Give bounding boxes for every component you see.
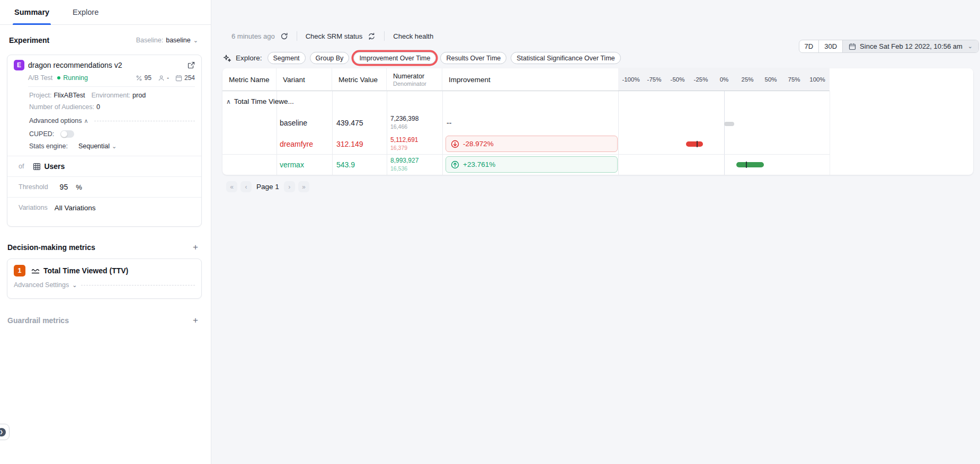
percent-icon xyxy=(136,75,142,82)
sync-icon[interactable] xyxy=(368,32,376,40)
page-last-button[interactable]: » xyxy=(298,181,309,192)
line-chart-icon xyxy=(31,267,40,274)
column-divider xyxy=(387,91,387,175)
range-30d-button[interactable]: 30D xyxy=(818,40,842,52)
arrow-up-circle-icon xyxy=(451,160,459,169)
stat-days: 254 xyxy=(184,74,195,82)
experiment-title: dragon recommendations v2 xyxy=(28,61,122,69)
date-range-controls: 7D 30D Since Sat Feb 12 2022, 10:56 am ⌄ xyxy=(799,40,979,53)
chevron-down-icon: ⌄ xyxy=(72,282,77,288)
page-label: Page 1 xyxy=(256,183,279,191)
experiment-heading: Experiment xyxy=(9,36,49,44)
explore-label: Explore: xyxy=(236,54,262,62)
page-first-button[interactable]: « xyxy=(226,181,237,192)
header-improvement: Improvement xyxy=(442,68,618,91)
dashed-divider xyxy=(81,285,195,285)
results-toolbar: 6 minutes ago Check SRM status Check hea… xyxy=(231,31,433,41)
add-guardrail-metric-button[interactable]: + xyxy=(193,316,198,325)
axis-tick: -100% xyxy=(622,68,639,91)
chip-group-by[interactable]: Group By xyxy=(310,52,350,64)
cuped-toggle[interactable] xyxy=(60,130,74,138)
zero-gridline xyxy=(724,91,725,175)
ci-point-vermax xyxy=(746,162,747,168)
experiment-type: A/B Test xyxy=(28,74,52,82)
collapse-chevron-icon: ∧ xyxy=(226,99,231,105)
divider xyxy=(28,86,195,87)
stats-engine-value[interactable]: Sequential xyxy=(78,142,110,150)
decision-metrics-header: Decision-making metrics + xyxy=(7,243,198,252)
external-link-icon[interactable] xyxy=(188,61,195,69)
chevron-down-icon: ⌄ xyxy=(968,43,973,49)
threshold-input[interactable]: 95 xyxy=(60,183,68,191)
check-srm-button[interactable]: Check SRM status xyxy=(306,32,363,40)
page-next-button[interactable]: › xyxy=(284,181,295,192)
metric-group-row[interactable]: ∧ Total Time Viewe... xyxy=(226,97,294,105)
advanced-settings-toggle[interactable]: Advanced Settings ⌄ xyxy=(7,276,201,289)
metric-title[interactable]: Total Time Viewed (TTV) xyxy=(43,266,128,275)
guardrail-heading: Guardrail metrics xyxy=(7,316,69,325)
variant-name: dreamfyre xyxy=(280,140,313,148)
axis-tick: -50% xyxy=(671,68,685,91)
variations-value: All Variations xyxy=(55,204,96,212)
chip-segment[interactable]: Segment xyxy=(268,52,306,64)
audiences-value: 0 xyxy=(96,103,100,111)
check-health-button[interactable]: Check health xyxy=(393,32,433,40)
variations-label: Variations xyxy=(19,204,48,211)
app-screen: Summary Explore Experiment Baseline: bas… xyxy=(0,0,980,464)
guardrail-metrics-header: Guardrail metrics + xyxy=(7,316,198,325)
axis-tick: 25% xyxy=(741,68,753,91)
stat-percent: 95 xyxy=(145,74,152,82)
column-divider xyxy=(332,91,333,175)
date-range-picker[interactable]: Since Sat Feb 12 2022, 10:56 am ⌄ xyxy=(842,40,978,52)
baseline-value: baseline xyxy=(166,37,191,44)
tab-bar: Summary Explore xyxy=(0,0,211,25)
experiment-badge: E xyxy=(14,60,24,70)
header-filler xyxy=(830,68,973,91)
variations-row[interactable]: Variations All Variations xyxy=(7,197,201,218)
tab-summary[interactable]: Summary xyxy=(13,0,51,24)
chip-results-over-time[interactable]: Results Over Time xyxy=(440,52,506,64)
column-divider xyxy=(442,91,443,175)
denominator-value: 16,466 xyxy=(390,123,418,131)
baseline-dropdown[interactable]: Baseline: baseline ⌄ xyxy=(136,37,198,44)
ci-bar-dreamfyre xyxy=(686,141,703,147)
axis-tick: 50% xyxy=(764,68,777,91)
chip-statistical-significance[interactable]: Statistical Significance Over Time xyxy=(511,52,621,64)
improvement-badge-negative: -28.972% xyxy=(446,136,618,152)
metric-rank-badge: 1 xyxy=(14,265,25,276)
improvement-value: -- xyxy=(447,119,451,127)
improvement-value: +23.761% xyxy=(463,160,495,168)
metric-value: 543.9 xyxy=(336,160,355,169)
advanced-options-label: Advanced options xyxy=(29,117,82,124)
divider xyxy=(384,31,385,41)
results-table: Metric Name Variant Metric Value Numerat… xyxy=(222,68,973,175)
project-label: Project: xyxy=(29,92,51,99)
range-7d-button[interactable]: 7D xyxy=(799,40,819,52)
unit-type-row[interactable]: of Users xyxy=(7,156,201,176)
project-value: FlixABTest xyxy=(54,92,85,99)
numerator-denominator: 7,236,398 16,466 xyxy=(390,115,418,130)
header-variant: Variant xyxy=(277,68,332,91)
chevron-up-icon: ∧ xyxy=(84,118,88,124)
of-label: of xyxy=(19,163,24,170)
status-badge: Running xyxy=(63,74,88,82)
tab-explore[interactable]: Explore xyxy=(71,0,100,24)
refresh-icon[interactable] xyxy=(280,32,288,40)
chevron-down-icon: ⌄ xyxy=(193,38,198,43)
help-widget-button[interactable]: ❯ xyxy=(0,424,10,440)
numerator-denominator: 8,993,927 16,536 xyxy=(390,157,418,172)
add-decision-metric-button[interactable]: + xyxy=(193,243,198,252)
help-icon: ❯ xyxy=(0,428,6,436)
column-divider xyxy=(618,91,619,175)
improvement-badge-positive: +23.761% xyxy=(446,156,618,173)
experiment-header: Experiment Baseline: baseline ⌄ xyxy=(9,36,198,44)
page-prev-button[interactable]: ‹ xyxy=(240,181,252,192)
denominator-value: 16,536 xyxy=(390,165,418,173)
axis-tick: -25% xyxy=(694,68,708,91)
ci-bar-baseline xyxy=(724,122,734,126)
advanced-options-toggle[interactable]: Advanced options ∧ xyxy=(7,117,201,124)
header-metric-value: Metric Value xyxy=(332,68,387,91)
chip-improvement-over-time[interactable]: Improvement Over Time xyxy=(353,52,436,64)
divider xyxy=(297,31,297,41)
chart-axis: -100% -75% -50% -25% 0% 25% 50% 75% 100% xyxy=(618,68,830,91)
